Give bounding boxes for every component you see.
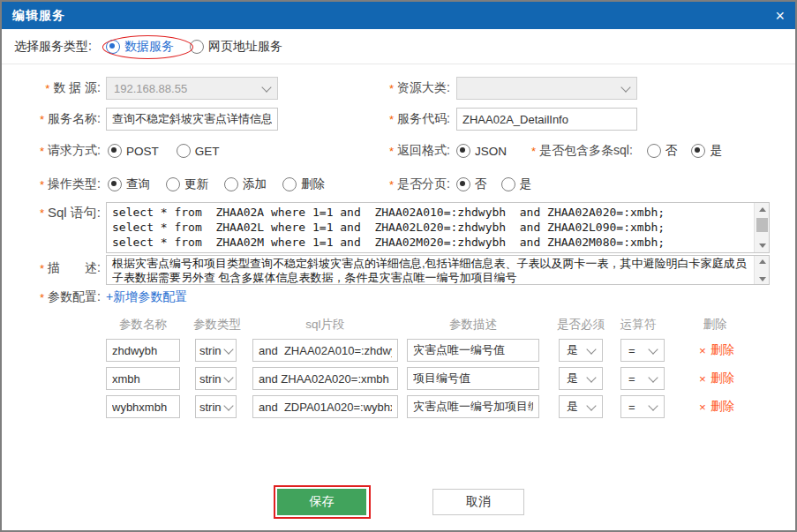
service-name-input[interactable] xyxy=(106,108,278,131)
radio-update[interactable]: 更新 xyxy=(166,176,208,192)
return-format-label: * 返回格式: xyxy=(355,139,450,162)
chevron-down-icon xyxy=(586,344,596,354)
delete-row-button[interactable]: × 删除 xyxy=(699,371,734,386)
sql-label: * Sql 语句: xyxy=(2,203,101,222)
radio-page-yes[interactable]: 是 xyxy=(501,176,532,192)
radio-button-icon[interactable] xyxy=(282,177,297,191)
close-icon[interactable]: × xyxy=(775,8,785,24)
sql-textarea[interactable]: select * from ZHAA02A where 1=1 and ZHAA… xyxy=(106,202,770,253)
chevron-down-icon xyxy=(223,344,233,354)
chevron-down-icon xyxy=(586,372,596,382)
request-method-group: POST GET xyxy=(108,139,220,162)
radio-button-icon[interactable] xyxy=(166,177,180,191)
table-row: string 是 = × 删除 xyxy=(106,339,777,362)
sql-fragment-input[interactable] xyxy=(252,339,398,362)
edit-service-dialog: 编辑服务 × 选择服务类型: 数据服务 网页地址服务 * 数 据 源: 192.… xyxy=(0,0,797,532)
header-operator: 运算符 xyxy=(613,317,663,333)
radio-button-icon[interactable] xyxy=(177,144,191,158)
table-row: string 是 = × 删除 xyxy=(106,367,777,390)
radio-delete[interactable]: 删除 xyxy=(282,176,325,192)
param-type-select[interactable]: string xyxy=(195,339,237,362)
radio-multi-sql-yes[interactable]: 是 xyxy=(691,143,722,159)
data-source-label: * 数 据 源: xyxy=(2,77,101,100)
header-param-type: 参数类型 xyxy=(191,317,244,333)
radio-button-icon[interactable] xyxy=(691,144,705,158)
radio-button-icon[interactable] xyxy=(106,40,120,54)
chevron-down-icon xyxy=(648,372,658,382)
cancel-button[interactable]: 取消 xyxy=(432,489,524,515)
description-scrollbar[interactable] xyxy=(754,256,769,284)
sql-fragment-input[interactable] xyxy=(252,395,398,418)
chevron-down-icon xyxy=(648,344,658,354)
param-config-label: * 参数配置: xyxy=(2,288,101,306)
header-required: 是否必须 xyxy=(554,317,607,333)
param-name-input[interactable] xyxy=(106,339,180,362)
param-desc-input[interactable] xyxy=(407,367,539,390)
radio-page-no[interactable]: 否 xyxy=(456,176,487,192)
description-textarea[interactable]: 根据灾害点编号和项目类型查询不稳定斜坡灾害点的详细信息,包括详细信息表、子表以及… xyxy=(106,255,770,285)
dialog-title: 编辑服务 xyxy=(12,8,65,24)
sql-scrollbar[interactable] xyxy=(754,203,769,252)
service-code-label: * 服务代码: xyxy=(355,108,450,131)
request-method-label: * 请求方式: xyxy=(2,139,101,162)
chevron-down-icon xyxy=(648,401,658,410)
scroll-down-icon[interactable] xyxy=(755,239,770,252)
radio-add[interactable]: 添加 xyxy=(224,176,267,192)
radio-button-icon[interactable] xyxy=(108,144,122,158)
param-name-input[interactable] xyxy=(106,395,180,418)
operation-type-group: 查询 更新 添加 删除 xyxy=(108,173,325,196)
delete-row-button[interactable]: × 删除 xyxy=(699,399,734,415)
param-name-input[interactable] xyxy=(106,367,180,390)
add-param-link[interactable]: +新增参数配置 xyxy=(106,289,187,305)
radio-button-icon[interactable] xyxy=(190,40,204,54)
resource-category-select[interactable] xyxy=(456,77,637,100)
header-param-desc: 参数描述 xyxy=(407,317,539,333)
radio-button-icon[interactable] xyxy=(501,177,515,191)
header-param-name: 参数名称 xyxy=(106,317,180,333)
scroll-up-icon[interactable] xyxy=(755,256,770,266)
required-select[interactable]: 是 xyxy=(559,395,603,418)
service-name-label: * 服务名称: xyxy=(2,108,101,131)
header-sql-fragment: sql片段 xyxy=(252,317,398,333)
scroll-down-icon[interactable] xyxy=(755,273,770,284)
data-source-select[interactable]: 192.168.88.55 xyxy=(106,77,278,100)
save-button[interactable]: 保存 xyxy=(277,489,366,515)
radio-button-icon[interactable] xyxy=(224,177,238,191)
delete-x-icon: × xyxy=(699,344,706,357)
param-desc-input[interactable] xyxy=(407,339,539,362)
param-type-select[interactable]: string xyxy=(195,395,237,418)
radio-post[interactable]: POST xyxy=(108,144,159,158)
chevron-down-icon xyxy=(261,82,271,92)
pagination-label: * 是否分页: xyxy=(355,173,450,196)
divider xyxy=(2,64,795,64)
radio-query[interactable]: 查询 xyxy=(108,176,150,192)
required-select[interactable]: 是 xyxy=(559,367,603,390)
param-type-select[interactable]: string xyxy=(195,367,237,390)
radio-button-icon[interactable] xyxy=(456,177,470,191)
radio-get[interactable]: GET xyxy=(177,144,220,158)
param-desc-input[interactable] xyxy=(407,395,539,418)
service-type-row: 选择服务类型: 数据服务 网页地址服务 xyxy=(2,29,795,64)
operator-select[interactable]: = xyxy=(620,367,665,390)
radio-data-service[interactable]: 数据服务 xyxy=(106,39,174,55)
operator-select[interactable]: = xyxy=(620,339,665,362)
radio-web-service[interactable]: 网页地址服务 xyxy=(190,39,282,55)
delete-x-icon: × xyxy=(699,401,706,414)
scrollbar-thumb[interactable] xyxy=(756,218,768,232)
radio-button-icon[interactable] xyxy=(456,144,470,158)
radio-json[interactable]: JSON xyxy=(456,144,507,158)
radio-multi-sql-no[interactable]: 否 xyxy=(647,143,678,159)
chevron-down-icon xyxy=(223,401,233,410)
params-table-header: 参数名称 参数类型 sql片段 参数描述 是否必须 运算符 删除 xyxy=(106,317,777,334)
chevron-down-icon xyxy=(620,82,630,92)
resource-category-label: * 资源大类: xyxy=(355,77,450,100)
multi-sql-label: * 是否包含多条sql: xyxy=(531,143,633,159)
radio-button-icon[interactable] xyxy=(108,177,122,191)
sql-fragment-input[interactable] xyxy=(252,367,398,390)
scroll-up-icon[interactable] xyxy=(755,203,770,216)
radio-button-icon[interactable] xyxy=(647,144,661,158)
required-select[interactable]: 是 xyxy=(559,339,603,362)
service-code-input[interactable] xyxy=(456,108,637,131)
delete-row-button[interactable]: × 删除 xyxy=(699,342,734,358)
operator-select[interactable]: = xyxy=(620,395,665,418)
